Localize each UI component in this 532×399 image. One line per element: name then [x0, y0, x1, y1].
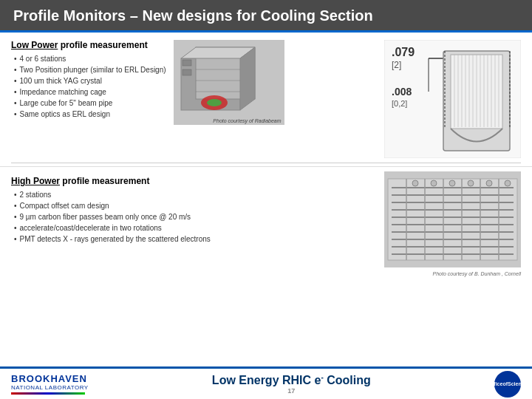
diagram-svg: .079 [2] .008 [0,2] [384, 40, 521, 158]
list-item: Impedance matching cage [14, 86, 166, 98]
low-power-svg [174, 40, 284, 125]
low-power-photo-credit: Photo courtesy of Radiabeam [213, 118, 281, 123]
list-item: Large cube for 5" beam pipe [14, 98, 166, 109]
list-item: Compact offset cam design [14, 200, 377, 211]
lower-section: High Power profile measurement 2 station… [0, 166, 532, 276]
list-item: 100 um thick YAG crystal [14, 75, 166, 86]
svg-point-56 [449, 180, 455, 186]
upper-section: Low Power profile measurement 4 or 6 sta… [0, 33, 532, 161]
national-lab-name: NATIONAL LABORATORY [11, 384, 89, 391]
svg-text:.008: .008 [392, 86, 412, 98]
page-title: Profile Monitors – New designs for Cooli… [13, 7, 519, 24]
page-header: Profile Monitors – New designs for Cooli… [0, 0, 532, 33]
high-power-svg [384, 171, 521, 267]
low-power-text: Low Power profile measurement 4 or 6 sta… [11, 40, 166, 125]
svg-text:[0,2]: [0,2] [392, 99, 407, 108]
list-item: Same optics as ERL design [14, 109, 166, 120]
logo-stripe [11, 392, 85, 395]
high-power-title: High Power profile measurement [11, 176, 377, 186]
list-item: 2 stations [14, 189, 377, 200]
page-number: 17 [89, 387, 494, 395]
diagram-section: .079 [2] .008 [0,2] [384, 40, 521, 161]
svg-rect-10 [183, 60, 191, 66]
brookhaven-name: BROOKHAVEN [11, 373, 87, 384]
list-item: PMT detects X - rays generated by the sc… [14, 233, 377, 245]
svg-point-9 [207, 99, 222, 106]
separator [11, 163, 521, 163]
low-power-bullets: 4 or 6 stations Two Position plunger (si… [11, 53, 166, 120]
svg-marker-4 [240, 47, 255, 110]
svg-text:[2]: [2] [392, 60, 401, 70]
svg-rect-11 [183, 69, 191, 75]
list-item: 4 or 6 stations [14, 53, 166, 64]
list-item: Two Position plunger (similar to ERL Des… [14, 64, 166, 75]
high-power-bullets: 2 stations Compact offset cam design 9 µ… [11, 189, 377, 245]
svg-point-55 [431, 180, 437, 186]
brookhaven-logo: BROOKHAVEN NATIONAL LABORATORY [11, 373, 89, 395]
svg-point-54 [412, 180, 418, 186]
low-power-title: Low Power profile measurement [11, 40, 166, 50]
list-item: accelerate/coast/decelerate in two rotat… [14, 222, 377, 233]
page-footer: BROOKHAVEN NATIONAL LABORATORY Low Energ… [0, 366, 532, 399]
svg-text:.079: .079 [392, 46, 415, 58]
footer-center-text: Low Energy RHIC e- Cooling 17 [89, 373, 494, 395]
svg-rect-37 [388, 179, 517, 260]
high-power-photo-credit: Photo courtesy of B. Dunham , Cornell [384, 271, 521, 276]
doe-badge: Office of Science [494, 371, 521, 398]
low-power-image: Photo courtesy of Radiabeam [174, 40, 284, 125]
list-item: 9 µm carbon fiber passes beam only once … [14, 211, 377, 222]
svg-point-59 [505, 180, 511, 186]
high-power-section: High Power profile measurement 2 station… [11, 171, 377, 276]
svg-point-57 [468, 180, 474, 186]
svg-point-58 [486, 180, 492, 186]
high-power-image-area: Photo courtesy of B. Dunham , Cornell [384, 171, 521, 276]
doe-logo: Office of Science [494, 371, 521, 398]
low-power-section: Low Power profile measurement 4 or 6 sta… [11, 40, 377, 161]
